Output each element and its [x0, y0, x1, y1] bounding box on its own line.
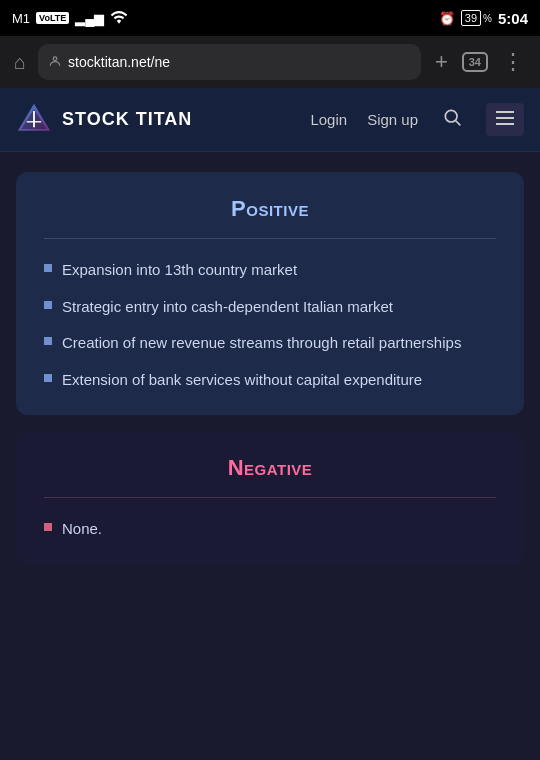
signup-link[interactable]: Sign up [367, 111, 418, 128]
battery-icon: 39 % [461, 10, 492, 26]
url-text: stocktitan.net/ne [68, 54, 411, 70]
svg-point-5 [445, 110, 457, 122]
negative-list: None. [44, 518, 496, 541]
browser-bar: ⌂ stocktitan.net/ne + 34 ⋮ [0, 36, 540, 88]
signal-icon: ▂▄▆ [75, 11, 104, 26]
site-logo: STOCK TITAN [16, 102, 310, 138]
search-button[interactable] [438, 103, 466, 136]
list-item: Extension of bank services without capit… [44, 369, 496, 392]
logo-icon [16, 102, 52, 138]
login-link[interactable]: Login [310, 111, 347, 128]
nav-bar: STOCK TITAN Login Sign up [0, 88, 540, 152]
positive-card: Positive Expansion into 13th country mar… [16, 172, 524, 415]
list-item: Strategic entry into cash-dependent Ital… [44, 296, 496, 319]
bullet-icon [44, 337, 52, 345]
site-name: STOCK TITAN [62, 109, 192, 130]
positive-item-2: Strategic entry into cash-dependent Ital… [62, 296, 393, 319]
negative-card: Negative None. [16, 431, 524, 565]
wifi-icon [110, 10, 128, 27]
negative-divider [44, 497, 496, 498]
status-right: ⏰ 39 % 5:04 [439, 10, 528, 27]
bullet-icon [44, 374, 52, 382]
browser-home-button[interactable]: ⌂ [10, 47, 30, 78]
time-display: 5:04 [498, 10, 528, 27]
status-bar: M1 VoLTE ▂▄▆ ⏰ 39 % 5:04 [0, 0, 540, 36]
carrier-label: M1 [12, 11, 30, 26]
positive-item-1: Expansion into 13th country market [62, 259, 297, 282]
positive-item-3: Creation of new revenue streams through … [62, 332, 461, 355]
list-item: Creation of new revenue streams through … [44, 332, 496, 355]
alarm-icon: ⏰ [439, 11, 455, 26]
svg-line-6 [456, 121, 461, 126]
url-security-icon [48, 54, 62, 71]
svg-point-0 [53, 56, 57, 60]
positive-title: Positive [44, 196, 496, 222]
negative-item-1: None. [62, 518, 102, 541]
status-left: M1 VoLTE ▂▄▆ [12, 10, 128, 27]
tabs-count-button[interactable]: 34 [462, 52, 488, 72]
battery-level: 39 [461, 10, 481, 26]
list-item: Expansion into 13th country market [44, 259, 496, 282]
positive-item-4: Extension of bank services without capit… [62, 369, 422, 392]
browser-url-bar[interactable]: stocktitan.net/ne [38, 44, 421, 80]
more-options-button[interactable]: ⋮ [496, 45, 530, 79]
bullet-icon [44, 301, 52, 309]
bullet-icon [44, 523, 52, 531]
bullet-icon [44, 264, 52, 272]
negative-title: Negative [44, 455, 496, 481]
hamburger-menu-button[interactable] [486, 103, 524, 136]
positive-list: Expansion into 13th country market Strat… [44, 259, 496, 391]
positive-divider [44, 238, 496, 239]
volte-badge: VoLTE [36, 12, 69, 24]
list-item: None. [44, 518, 496, 541]
nav-links: Login Sign up [310, 103, 524, 136]
main-content: Positive Expansion into 13th country mar… [0, 152, 540, 601]
add-tab-button[interactable]: + [429, 45, 454, 79]
